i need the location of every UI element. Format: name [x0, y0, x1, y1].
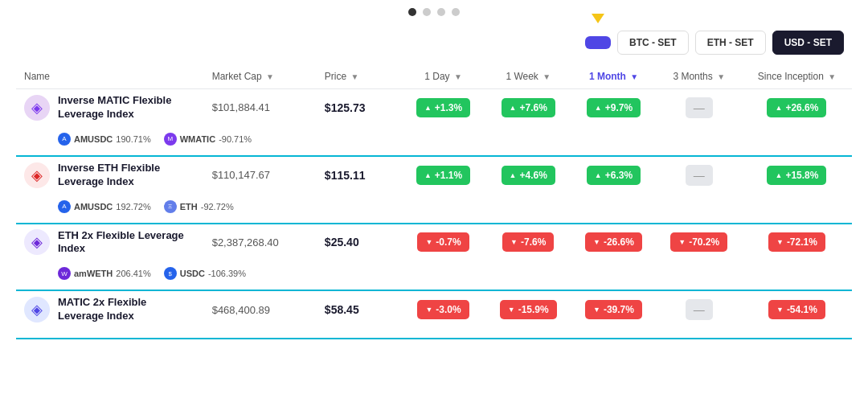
- asset-icon: ◈: [24, 162, 50, 188]
- pagination-dots: [0, 0, 868, 23]
- perf-1month: ▼ -26.6%: [571, 224, 656, 261]
- token-name: USDC: [180, 269, 205, 278]
- price-value: $25.40: [317, 224, 401, 261]
- perf-inception: ▼ -54.1%: [742, 290, 852, 328]
- col-header-name: Name: [16, 64, 204, 89]
- col-header-1week[interactable]: 1 Week ▼: [485, 64, 571, 89]
- table-row: ◈ETH 2x Flexible Leverage Index$2,387,26…: [16, 224, 852, 261]
- token-name: amWETH: [74, 269, 113, 278]
- table-row: ◈MATIC 2x Flexible Leverage Index$468,40…: [16, 290, 852, 328]
- perf-inception: ▲ +26.6%: [742, 89, 852, 126]
- perf-1month: ▼ -39.7%: [571, 290, 656, 328]
- token-percentage: 190.71%: [116, 134, 150, 144]
- asset-name[interactable]: Inverse ETH Flexible Leverage Index: [58, 162, 186, 189]
- token-item: ΞETH -92.72%: [164, 200, 234, 213]
- dot-3[interactable]: [437, 8, 445, 16]
- sort-arrow-price: ▼: [351, 72, 359, 81]
- token-list: AAMUSDC 192.72%ΞETH -92.72%: [16, 194, 852, 224]
- usd-set-button[interactable]: USD - SET: [772, 31, 844, 55]
- market-cap-value: $110,147.67: [204, 156, 317, 194]
- token-percentage: 192.72%: [116, 202, 150, 212]
- assets-table: Name Market Cap ▼ Price ▼ 1 Day ▼ 1 Week…: [16, 64, 852, 339]
- token-list: [16, 328, 852, 339]
- perf-inception: ▼ -72.1%: [742, 224, 852, 261]
- price-value: $115.11: [317, 156, 401, 194]
- perf-3months: ▼ -70.2%: [657, 224, 742, 261]
- asset-name[interactable]: Inverse MATIC Flexible Leverage Index: [58, 94, 186, 121]
- perf-1week: ▲ +4.6%: [485, 156, 571, 194]
- token-name: ETH: [180, 202, 198, 212]
- asset-name[interactable]: MATIC 2x Flexible Leverage Index: [58, 296, 186, 323]
- token-icon: M: [164, 133, 177, 146]
- sort-arrow-3months: ▼: [717, 72, 725, 81]
- market-cap-value: $2,387,268.40: [204, 224, 317, 261]
- col-header-mcap[interactable]: Market Cap ▼: [204, 64, 317, 89]
- table-row: ◈Inverse MATIC Flexible Leverage Index$1…: [16, 89, 852, 126]
- token-name: AMUSDC: [74, 134, 113, 144]
- col-header-price[interactable]: Price ▼: [317, 64, 401, 89]
- perf-1month: ▲ +6.3%: [571, 156, 656, 194]
- perf-inception: ▲ +15.8%: [742, 156, 852, 194]
- perf-1day: ▼ -0.7%: [401, 224, 485, 261]
- token-icon: Ξ: [164, 200, 177, 213]
- token-icon: $: [164, 267, 177, 280]
- dot-2[interactable]: [423, 8, 431, 16]
- price-value: $125.73: [317, 89, 401, 126]
- table-row: ◈Inverse ETH Flexible Leverage Index$110…: [16, 156, 852, 194]
- market-cap-value: $101,884.41: [204, 89, 317, 126]
- page-header: BTC - SET ETH - SET USD - SET: [0, 23, 868, 64]
- token-sub-row: [16, 328, 852, 339]
- token-list: AAMUSDC 190.71%MWMATIC -90.71%: [16, 126, 852, 156]
- token-percentage: -106.39%: [208, 269, 246, 278]
- col-header-inception[interactable]: Since Inception ▼: [742, 64, 852, 89]
- token-percentage: 206.41%: [116, 269, 150, 278]
- token-item: WamWETH 206.41%: [58, 267, 151, 280]
- perf-1day: ▲ +1.3%: [401, 89, 485, 126]
- token-item: AAMUSDC 192.72%: [58, 200, 151, 213]
- perf-1month: ▲ +9.7%: [571, 89, 656, 126]
- table-container: Name Market Cap ▼ Price ▼ 1 Day ▼ 1 Week…: [0, 64, 868, 339]
- token-item: $USDC -106.39%: [164, 267, 246, 280]
- col-header-3months[interactable]: 3 Months ▼: [657, 64, 742, 89]
- create-set-button[interactable]: [585, 36, 611, 49]
- token-icon: A: [58, 133, 71, 146]
- sort-arrow-1month: ▼: [630, 72, 638, 81]
- sort-arrow-mcap: ▼: [266, 72, 274, 81]
- sort-arrow-inception: ▼: [828, 72, 836, 81]
- perf-1week: ▼ -7.6%: [485, 224, 571, 261]
- token-percentage: -90.71%: [219, 134, 252, 144]
- token-item: MWMATIC -90.71%: [164, 133, 252, 146]
- token-item: AAMUSDC 190.71%: [58, 133, 151, 146]
- token-percentage: -92.72%: [201, 202, 234, 212]
- perf-1week: ▲ +7.6%: [485, 89, 571, 126]
- btc-set-button[interactable]: BTC - SET: [617, 31, 689, 55]
- sort-arrow-1day: ▼: [454, 72, 462, 81]
- perf-3months: —: [657, 156, 742, 194]
- perf-1day: ▲ +1.1%: [401, 156, 485, 194]
- price-value: $58.45: [317, 290, 401, 328]
- token-sub-row: AAMUSDC 190.71%MWMATIC -90.71%: [16, 126, 852, 156]
- token-icon: W: [58, 267, 71, 280]
- eth-set-button[interactable]: ETH - SET: [695, 31, 766, 55]
- market-cap-value: $468,400.89: [204, 290, 317, 328]
- token-list: WamWETH 206.41%$USDC -106.39%: [16, 261, 852, 290]
- table-header-row: Name Market Cap ▼ Price ▼ 1 Day ▼ 1 Week…: [16, 64, 852, 89]
- header-actions: BTC - SET ETH - SET USD - SET: [585, 31, 844, 55]
- dot-1[interactable]: [408, 8, 416, 16]
- col-header-1month[interactable]: 1 Month ▼: [571, 64, 656, 89]
- token-name: WMATIC: [180, 134, 215, 144]
- perf-1week: ▼ -15.9%: [485, 290, 571, 328]
- token-name: AMUSDC: [74, 202, 113, 212]
- sort-arrow-1week: ▼: [542, 72, 551, 81]
- perf-1day: ▼ -3.0%: [401, 290, 485, 328]
- token-sub-row: AAMUSDC 192.72%ΞETH -92.72%: [16, 194, 852, 224]
- perf-3months: —: [657, 89, 742, 126]
- col-header-1day[interactable]: 1 Day ▼: [401, 64, 485, 89]
- token-sub-row: WamWETH 206.41%$USDC -106.39%: [16, 261, 852, 290]
- perf-3months: —: [657, 290, 742, 328]
- token-icon: A: [58, 200, 71, 213]
- dot-4[interactable]: [452, 8, 460, 16]
- asset-icon: ◈: [24, 297, 50, 322]
- asset-name[interactable]: ETH 2x Flexible Leverage Index: [58, 229, 186, 257]
- asset-icon: ◈: [24, 229, 50, 255]
